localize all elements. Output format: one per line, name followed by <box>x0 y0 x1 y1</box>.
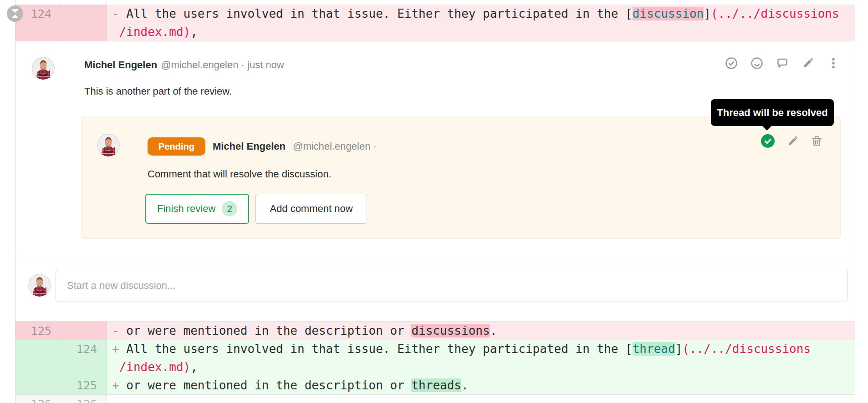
pending-header: Pending Michel Engelen @michel.engelen · <box>148 137 377 156</box>
resolve-tooltip: Thread will be resolved <box>711 99 834 126</box>
new-line-number[interactable] <box>61 5 107 41</box>
delete-pending-comment-icon[interactable] <box>811 135 823 147</box>
avatar[interactable] <box>32 57 55 80</box>
resolve-thread-icon[interactable] <box>725 57 738 70</box>
old-line-number[interactable]: 126 <box>15 395 61 403</box>
diff-row-removed-124: 124 - All the users involved in that iss… <box>15 5 855 41</box>
diff-panel: 124 - All the users involved in that iss… <box>15 0 855 403</box>
triangle-down <box>11 9 19 13</box>
note-action-bar <box>725 57 840 70</box>
triangle-up <box>11 15 19 18</box>
pending-count-badge: 2 <box>222 201 237 217</box>
merge-request-diff-view: 124 - All the users involved in that iss… <box>0 0 868 403</box>
pending-buttons: Finish review 2 Add comment now <box>145 194 367 224</box>
old-line-number[interactable] <box>15 376 61 394</box>
avatar[interactable] <box>97 134 120 156</box>
tooltip-arrow <box>762 126 772 131</box>
previous-row-edge <box>15 0 855 5</box>
diff-line-content <box>107 395 855 403</box>
note-body-text: This is another part of the review. <box>84 85 232 98</box>
finish-review-label: Finish review <box>157 203 215 215</box>
user-avatar-image <box>28 274 51 297</box>
add-reaction-icon[interactable] <box>751 57 763 70</box>
author-name[interactable]: Michel Engelen <box>213 141 286 152</box>
new-line-number[interactable] <box>61 322 107 340</box>
resolve-comment-icon[interactable] <box>761 134 775 148</box>
diff-row-removed-125: 125 - or were mentioned in the descripti… <box>15 322 855 340</box>
finish-review-button[interactable]: Finish review 2 <box>145 194 249 224</box>
new-line-number[interactable]: 124 <box>61 340 107 376</box>
edit-pending-comment-icon[interactable] <box>786 135 799 147</box>
collapse-diff-lines-icon[interactable] <box>7 5 23 22</box>
pending-action-bar <box>761 134 823 148</box>
more-actions-icon[interactable] <box>827 57 840 70</box>
avatar <box>28 274 51 297</box>
user-avatar-image <box>97 134 120 156</box>
diff-row-added-124: 124 + All the users involved in that iss… <box>15 340 855 376</box>
tooltip-text: Thread will be resolved <box>717 107 827 118</box>
diff-line-content: - All the users involved in that issue. … <box>107 5 855 41</box>
diff-row-context-126: 126 126 <box>15 394 855 403</box>
user-avatar-image <box>32 57 55 80</box>
add-comment-label: Add comment now <box>270 203 352 215</box>
new-discussion-form <box>15 258 855 322</box>
new-line-number[interactable]: 126 <box>61 395 107 403</box>
old-line-number[interactable] <box>15 340 61 376</box>
old-line-number[interactable]: 125 <box>15 322 61 340</box>
new-discussion-input[interactable] <box>56 269 848 302</box>
discussion-note: Michel Engelen@michel.engelen · just now… <box>15 41 855 258</box>
add-comment-now-button[interactable]: Add comment now <box>255 194 367 224</box>
reply-comment-icon[interactable] <box>776 57 789 70</box>
author-handle-timestamp[interactable]: @michel.engelen · just now <box>161 59 284 71</box>
diff-line-content: - or were mentioned in the description o… <box>107 322 855 340</box>
diff-line-content: + or were mentioned in the description o… <box>107 376 855 394</box>
pending-body-text: Comment that will resolve the discussion… <box>148 167 332 181</box>
diff-row-added-125: 125 + or were mentioned in the descripti… <box>15 376 855 394</box>
pending-comment-card: Pending Michel Engelen @michel.engelen ·… <box>81 116 841 239</box>
edit-comment-icon[interactable] <box>802 57 814 70</box>
author-name[interactable]: Michel Engelen <box>84 59 157 71</box>
note-header: Michel Engelen@michel.engelen · just now <box>84 59 284 71</box>
author-handle[interactable]: @michel.engelen · <box>293 141 377 152</box>
diff-line-content: + All the users involved in that issue. … <box>107 340 855 376</box>
pending-badge: Pending <box>148 137 205 156</box>
new-line-number[interactable]: 125 <box>61 376 107 394</box>
